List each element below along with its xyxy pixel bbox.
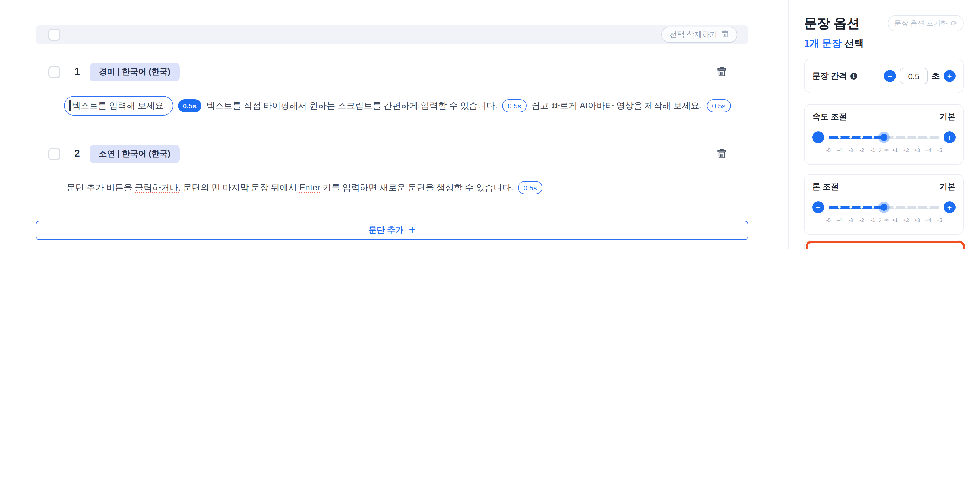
paragraph-1-sentences: 텍스트를 입력해 보세요. 0.5s 텍스트를 직접 타이핑해서 원하는 스크립… bbox=[64, 96, 748, 116]
gap-unit-label: 초 bbox=[932, 71, 940, 81]
selected-sentence[interactable]: 텍스트를 입력해 보세요. bbox=[64, 96, 173, 116]
speed-tick-labels: -5-4-3-2-1기본+1+2+3+4+5 bbox=[829, 147, 939, 154]
slider-dot bbox=[838, 206, 841, 209]
panel-title: 문장 옵션 bbox=[804, 15, 860, 32]
editor-main: 선택 삭제하기 1 경미 | 한국어 (한국) bbox=[0, 0, 788, 249]
tone-slider-row: − + bbox=[812, 201, 956, 213]
slider-dot bbox=[872, 206, 874, 209]
speed-slider-fill bbox=[829, 136, 884, 139]
paragraph-row: 1 경미 | 한국어 (한국) bbox=[36, 62, 748, 81]
selection-count-suffix: 선택 bbox=[842, 38, 864, 49]
pause-badge-selected[interactable]: 0.5s bbox=[178, 99, 202, 112]
selection-count-number: 1개 문장 bbox=[804, 38, 842, 49]
slider-dot bbox=[894, 206, 896, 209]
paragraph-2-speaker-badge[interactable]: 소연 | 한국어 (한국) bbox=[89, 144, 180, 163]
tone-slider-track[interactable] bbox=[829, 206, 939, 209]
sentence-segment: 키를 입력하면 새로운 문단을 생성할 수 있습니다. bbox=[320, 182, 513, 192]
paragraph-row: 2 소연 | 한국어 (한국) bbox=[36, 144, 748, 163]
gap-increase-button[interactable]: + bbox=[943, 70, 956, 82]
speed-decrease-button[interactable]: − bbox=[812, 131, 824, 143]
sentence-gap-controls: − 초 + bbox=[884, 68, 956, 84]
slider-dot bbox=[838, 136, 841, 139]
tone-control-card: 톤 조절 기본 − + bbox=[804, 174, 964, 235]
slider-dot bbox=[894, 136, 896, 139]
volume-control-card: 볼륨 조절 작게 조금 작게 기본 조금 크게 크게 bbox=[804, 240, 964, 249]
sentence-text[interactable]: 쉽고 빠르게 AI아바타 영상을 제작해 보세요. bbox=[531, 100, 702, 111]
slider-dot bbox=[872, 136, 874, 139]
sentence-gap-card: 문장 간격 i − 초 + bbox=[804, 59, 964, 93]
slider-dot bbox=[850, 206, 852, 209]
delete-selected-button[interactable]: 선택 삭제하기 bbox=[661, 27, 737, 43]
tone-header: 톤 조절 기본 bbox=[812, 182, 956, 192]
tone-label: 톤 조절 bbox=[812, 182, 839, 192]
slider-dot bbox=[860, 206, 863, 209]
pause-badge[interactable]: 0.5s bbox=[706, 99, 731, 112]
slider-dot bbox=[905, 136, 907, 139]
sentence-segment: 문단의 맨 마지막 문장 뒤에서 bbox=[181, 182, 299, 192]
refresh-icon: ⟳ bbox=[951, 19, 957, 28]
spellcheck-word: 클릭하거나, bbox=[135, 182, 181, 192]
sentence-gap-label: 문장 간격 i bbox=[812, 71, 857, 81]
tone-increase-button[interactable]: + bbox=[943, 201, 956, 213]
paragraph-1-delete-button[interactable] bbox=[716, 66, 727, 78]
gap-decrease-button[interactable]: − bbox=[884, 70, 896, 82]
sentence-options-panel: 문장 옵션 문장 옵션 초기화 ⟳ 1개 문장 선택 문장 간격 i − 초 + bbox=[788, 0, 980, 249]
speed-control-card: 속도 조절 기본 − + bbox=[804, 104, 964, 165]
select-all-checkbox[interactable] bbox=[48, 29, 60, 41]
tone-tick-labels: -5-4-3-2-1기본+1+2+3+4+5 bbox=[829, 217, 939, 224]
tone-value: 기본 bbox=[939, 182, 956, 192]
reset-options-button[interactable]: 문장 옵션 초기화 ⟳ bbox=[888, 15, 964, 32]
panel-header: 문장 옵션 문장 옵션 초기화 ⟳ bbox=[804, 15, 964, 32]
paragraph-2-checkbox[interactable] bbox=[48, 148, 60, 160]
sentence-gap-input[interactable] bbox=[900, 68, 928, 84]
speed-slider-handle[interactable] bbox=[878, 132, 889, 143]
paragraph-1-number: 1 bbox=[71, 66, 83, 78]
slider-dot bbox=[927, 206, 929, 209]
slider-dot bbox=[905, 206, 907, 209]
pause-badge[interactable]: 0.5s bbox=[518, 181, 542, 194]
trash-icon bbox=[721, 30, 729, 40]
delete-selected-label: 선택 삭제하기 bbox=[670, 30, 717, 40]
text-caret bbox=[70, 100, 70, 111]
slider-dot bbox=[927, 136, 929, 139]
sentence-segment: 문단 추가 버튼을 bbox=[67, 182, 135, 192]
slider-dot bbox=[916, 206, 918, 209]
pause-badge[interactable]: 0.5s bbox=[502, 99, 527, 112]
reset-options-label: 문장 옵션 초기화 bbox=[894, 19, 947, 28]
sentence-text[interactable]: 텍스트를 입력해 보세요. bbox=[72, 100, 166, 111]
selection-toolbar: 선택 삭제하기 bbox=[36, 25, 748, 44]
speed-increase-button[interactable]: + bbox=[943, 131, 956, 143]
spellcheck-word: Enter bbox=[299, 182, 320, 192]
paragraph-2-sentences: 문단 추가 버튼을 클릭하거나, 문단의 맨 마지막 문장 뒤에서 Enter … bbox=[67, 181, 748, 194]
slider-dot bbox=[860, 136, 863, 139]
add-paragraph-button[interactable]: 문단 추가 + bbox=[36, 221, 748, 240]
tone-decrease-button[interactable]: − bbox=[812, 201, 824, 213]
app: 선택 삭제하기 1 경미 | 한국어 (한국) bbox=[0, 0, 980, 249]
tone-slider-fill bbox=[829, 206, 884, 209]
speed-slider-track[interactable] bbox=[829, 136, 939, 139]
volume-section: 볼륨 조절 작게 조금 작게 기본 조금 크게 크게 bbox=[804, 240, 964, 249]
slider-dot bbox=[916, 136, 918, 139]
paragraph-2-number: 2 bbox=[71, 148, 83, 160]
sentence-text[interactable]: 텍스트를 직접 타이핑해서 원하는 스크립트를 간편하게 입력할 수 있습니다. bbox=[206, 100, 497, 111]
paragraph-1-speaker-badge[interactable]: 경미 | 한국어 (한국) bbox=[89, 63, 180, 81]
tone-slider-handle[interactable] bbox=[878, 201, 889, 213]
speed-value: 기본 bbox=[939, 112, 956, 122]
speed-label: 속도 조절 bbox=[812, 112, 847, 122]
speed-slider-row: − + bbox=[812, 131, 956, 143]
add-paragraph-label: 문단 추가 bbox=[369, 225, 403, 235]
paragraph-2-delete-button[interactable] bbox=[716, 148, 727, 160]
plus-icon: + bbox=[409, 224, 415, 235]
paragraph-1-checkbox[interactable] bbox=[48, 66, 60, 78]
volume-label: 볼륨 조절 bbox=[812, 248, 956, 249]
sentence-gap-label-text: 문장 간격 bbox=[812, 71, 847, 81]
editor-content: 선택 삭제하기 1 경미 | 한국어 (한국) bbox=[0, 25, 788, 240]
speed-header: 속도 조절 기본 bbox=[812, 112, 956, 122]
info-icon: i bbox=[850, 73, 857, 79]
selection-count: 1개 문장 선택 bbox=[804, 37, 964, 50]
sentence-text[interactable]: 문단 추가 버튼을 클릭하거나, 문단의 맨 마지막 문장 뒤에서 Enter … bbox=[67, 182, 513, 193]
slider-dot bbox=[850, 136, 852, 139]
